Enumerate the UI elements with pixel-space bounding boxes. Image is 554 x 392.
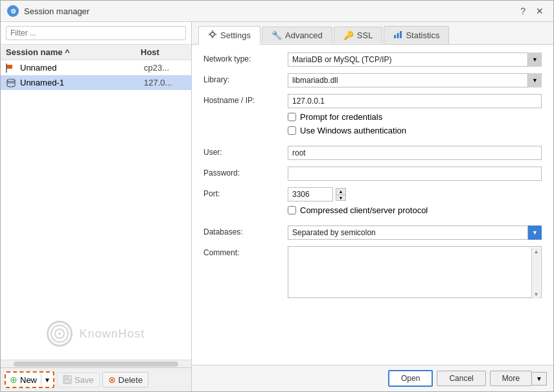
- databases-select[interactable]: Separated by semicolon: [288, 225, 542, 240]
- tab-ssl-label: SSL: [357, 30, 373, 40]
- cancel-button[interactable]: Cancel: [437, 371, 485, 386]
- textarea-scrollbar: ▲ ▼: [531, 248, 540, 299]
- databases-control: Separated by semicolon ▼: [288, 225, 542, 240]
- comment-row: Comment: ▲ ▼: [203, 246, 542, 300]
- tab-statistics-label: Statistics: [406, 30, 439, 40]
- scrollbar[interactable]: [1, 360, 191, 367]
- branding: KnownHost: [1, 308, 191, 360]
- filter-bar: [1, 22, 191, 45]
- tab-ssl[interactable]: 🔑 SSL: [334, 27, 383, 43]
- more-dropdown-arrow[interactable]: ▼: [532, 372, 547, 386]
- filter-input[interactable]: [6, 26, 186, 40]
- new-button[interactable]: ⊕ New: [6, 373, 41, 387]
- column-name[interactable]: Session name ^: [6, 47, 141, 57]
- save-icon: [63, 375, 72, 384]
- brand-name: KnownHost: [79, 327, 144, 341]
- session-list-body: Unnamed cp23... Unnamed-1 127.0...: [1, 60, 191, 308]
- password-label: Password:: [203, 167, 288, 178]
- right-panel: Settings 🔧 Advanced 🔑 SSL Statistics: [192, 22, 553, 391]
- svg-rect-9: [65, 380, 70, 383]
- session-manager-dialog: ⚙ Session manager ? ✕ Session name ^ Hos…: [0, 0, 554, 392]
- scrollbar-thumb: [14, 362, 178, 367]
- user-control: [288, 146, 542, 160]
- close-button[interactable]: ✕: [533, 5, 547, 17]
- library-row: Library: libmariadb.dll ▼: [203, 73, 542, 87]
- delete-button[interactable]: ⊗ Delete: [102, 372, 149, 387]
- new-dropdown-arrow[interactable]: ▼: [41, 375, 53, 386]
- advanced-icon: 🔧: [271, 30, 282, 40]
- port-row: Port: ▲ ▼ Compressed client/server proto…: [203, 187, 542, 219]
- port-label: Port:: [203, 187, 288, 198]
- help-button[interactable]: ?: [517, 5, 529, 17]
- port-input[interactable]: [288, 187, 333, 202]
- session-item[interactable]: Unnamed cp23...: [1, 60, 191, 75]
- title-bar: ⚙ Session manager ? ✕: [1, 1, 553, 22]
- left-footer: ⊕ New ▼ Save ⊗ Delete: [1, 367, 191, 391]
- compressed-checkbox[interactable]: [288, 206, 296, 214]
- session-host: 127.0...: [144, 78, 186, 87]
- hostname-control: Prompt for credentials Use Windows authe…: [288, 94, 542, 139]
- title-bar-controls: ? ✕: [517, 5, 547, 17]
- prompt-credentials-checkbox[interactable]: [288, 113, 296, 121]
- svg-rect-13: [400, 31, 402, 38]
- tab-advanced[interactable]: 🔧 Advanced: [262, 27, 332, 43]
- library-control: libmariadb.dll ▼: [288, 73, 542, 87]
- tab-bar: Settings 🔧 Advanced 🔑 SSL Statistics: [192, 22, 553, 45]
- session-list-header: Session name ^ Host: [1, 45, 191, 60]
- svg-marker-0: [6, 65, 12, 69]
- new-label: New: [20, 375, 37, 385]
- windows-auth-row: Use Windows authentication: [288, 126, 542, 135]
- bottom-bar: Open Cancel More ▼: [192, 365, 553, 391]
- scroll-down-icon: ▼: [534, 292, 539, 297]
- tab-settings[interactable]: Settings: [198, 26, 260, 45]
- save-button[interactable]: Save: [57, 373, 100, 387]
- form-area: Network type: MariaDB or MySQL (TCP/IP) …: [192, 45, 553, 365]
- library-select[interactable]: libmariadb.dll: [288, 73, 542, 87]
- open-button[interactable]: Open: [388, 370, 433, 387]
- compressed-label: Compressed client/server protocol: [300, 205, 428, 215]
- port-increment[interactable]: ▲: [336, 188, 346, 194]
- password-input[interactable]: [288, 167, 542, 181]
- network-type-label: Network type:: [203, 52, 288, 63]
- plus-icon: ⊕: [10, 375, 17, 385]
- prompt-credentials-row: Prompt for credentials: [288, 112, 542, 122]
- title-bar-left: ⚙ Session manager: [7, 5, 89, 17]
- ssl-icon: 🔑: [343, 30, 354, 40]
- brand-icon: [47, 321, 73, 347]
- comment-control: ▲ ▼: [288, 246, 542, 300]
- user-label: User:: [203, 146, 288, 157]
- svg-rect-8: [65, 376, 69, 379]
- tab-settings-label: Settings: [220, 30, 251, 40]
- svg-point-6: [58, 332, 61, 335]
- user-input[interactable]: [288, 146, 542, 160]
- session-host: cp23...: [144, 63, 186, 73]
- hostname-input[interactable]: [288, 94, 542, 108]
- hostname-row: Hostname / IP: Prompt for credentials Us…: [203, 94, 542, 139]
- dialog-icon: ⚙: [7, 5, 19, 17]
- tab-advanced-label: Advanced: [285, 30, 323, 40]
- more-button[interactable]: More: [490, 371, 532, 386]
- tab-statistics[interactable]: Statistics: [384, 26, 449, 44]
- session-item[interactable]: Unnamed-1 127.0...: [1, 75, 191, 90]
- password-control: [288, 167, 542, 181]
- windows-auth-checkbox[interactable]: [288, 126, 296, 135]
- session-name: Unnamed-1: [20, 78, 140, 87]
- port-decrement[interactable]: ▼: [336, 194, 346, 201]
- delete-icon: ⊗: [108, 375, 116, 385]
- svg-point-10: [211, 32, 214, 36]
- databases-row: Databases: Separated by semicolon ▼: [203, 225, 542, 240]
- library-label: Library:: [203, 73, 288, 84]
- port-control: ▲ ▼ Compressed client/server protocol: [288, 187, 542, 219]
- svg-rect-12: [397, 33, 399, 38]
- compressed-row: Compressed client/server protocol: [288, 205, 542, 215]
- network-type-control: MariaDB or MySQL (TCP/IP) ▼: [288, 52, 542, 67]
- network-type-row: Network type: MariaDB or MySQL (TCP/IP) …: [203, 52, 542, 67]
- databases-label: Databases:: [203, 225, 288, 236]
- prompt-credentials-label: Prompt for credentials: [300, 112, 382, 122]
- statistics-icon: [393, 30, 402, 41]
- network-type-select[interactable]: MariaDB or MySQL (TCP/IP): [288, 52, 542, 67]
- comment-textarea[interactable]: [288, 246, 542, 298]
- user-row: User:: [203, 146, 542, 160]
- left-panel: Session name ^ Host Unnamed cp23...: [1, 22, 192, 391]
- save-label: Save: [75, 375, 94, 385]
